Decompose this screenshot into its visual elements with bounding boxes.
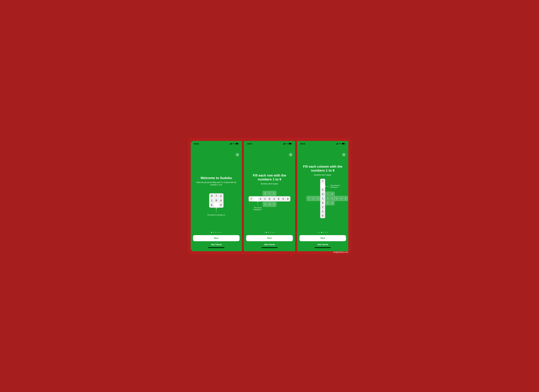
tutorial-title: Fill each column with the numbers 1 to 9 bbox=[300, 165, 346, 172]
phone-screen-2: 09:41 Fill each row with the numbers 1 t… bbox=[244, 141, 295, 251]
close-button[interactable] bbox=[289, 153, 293, 157]
status-icons bbox=[336, 143, 345, 145]
cellular-icon bbox=[336, 143, 338, 144]
status-time: 09:41 bbox=[194, 143, 199, 145]
home-indicator bbox=[261, 247, 278, 248]
callout-text: This row is missing a 2. bbox=[252, 207, 263, 210]
blank-cell bbox=[254, 196, 258, 201]
row-example: 8 7 2 7 3 1 9 4 6 5 8 6 5 bbox=[246, 191, 293, 207]
close-button[interactable] bbox=[236, 153, 239, 157]
tutorial-title: Welcome to Sudoku bbox=[201, 176, 232, 180]
status-bar: 09:41 bbox=[191, 141, 242, 146]
comparison-frame: 09:41 Welcome to Sudoku Solve the puzzle… bbox=[188, 138, 351, 254]
status-time: 09:41 bbox=[300, 143, 305, 145]
tutorial-content: Fill each row with the numbers 1 to 9 Nu… bbox=[244, 146, 295, 232]
tutorial-content: Fill each column with the numbers 1 to 9… bbox=[297, 146, 348, 232]
sudoku-block: 8 7 2 1 9 4 6 3 bbox=[209, 193, 224, 208]
ghost-row-left: 7 2 3 bbox=[306, 196, 320, 201]
wifi-icon bbox=[286, 143, 288, 145]
tutorial-title: Fill each row with the numbers 1 to 9 bbox=[246, 173, 293, 181]
ghost-row-right: 6 5 8 bbox=[334, 196, 348, 201]
page-indicator bbox=[246, 232, 293, 233]
next-button[interactable]: Next bbox=[299, 235, 346, 241]
battery-icon bbox=[289, 143, 292, 145]
phone-screen-1: 09:41 Welcome to Sudoku Solve the puzzle… bbox=[191, 141, 242, 251]
skip-tutorial-link[interactable]: Skip Tutorial bbox=[299, 244, 346, 245]
ghost-block-top: 8 7 2 bbox=[263, 191, 276, 196]
watermark: GadgetHacks.com bbox=[333, 251, 348, 253]
close-icon bbox=[237, 154, 238, 155]
tutorial-subtitle: Solve the puzzle by filling each 3 x 3 b… bbox=[196, 181, 237, 186]
sudoku-column: 7 5 8 1 6 2 4 9 bbox=[320, 179, 325, 218]
close-icon bbox=[290, 154, 291, 155]
blank-cell bbox=[214, 203, 219, 207]
callout: This row is missing a 2. bbox=[252, 201, 263, 210]
battery-icon bbox=[342, 143, 345, 145]
skip-tutorial-link[interactable]: Skip Tutorial bbox=[246, 244, 293, 245]
wifi-icon bbox=[232, 143, 235, 145]
close-icon bbox=[343, 154, 345, 155]
tutorial-subtitle: Numbers don't repeat. bbox=[314, 174, 332, 176]
status-icons bbox=[283, 143, 292, 145]
status-icons bbox=[230, 143, 239, 145]
close-button[interactable] bbox=[342, 153, 346, 157]
bottom-bar: Next Skip Tutorial bbox=[191, 232, 242, 251]
block-example: 8 7 2 1 9 4 6 3 bbox=[209, 193, 224, 208]
tutorial-subtitle: Numbers don't repeat. bbox=[261, 183, 278, 185]
skip-tutorial-link[interactable]: Skip Tutorial bbox=[193, 244, 240, 245]
callout-text: This column is missing a 3. bbox=[330, 185, 344, 188]
bottom-bar: Next Skip Tutorial bbox=[297, 232, 348, 251]
ghost-block-bottom: 6 5 3 bbox=[263, 202, 276, 207]
callout-text: This block is missing a 5. bbox=[207, 214, 226, 216]
home-indicator bbox=[315, 247, 331, 248]
blank-cell bbox=[321, 183, 325, 188]
status-bar: 09:41 bbox=[297, 141, 348, 146]
page-indicator bbox=[299, 232, 346, 233]
wifi-icon bbox=[339, 143, 341, 145]
column-example: 7 5 8 1 6 2 4 9 7 2 9 4 5 3 bbox=[300, 179, 346, 229]
page-indicator bbox=[193, 232, 240, 233]
callout: This block is missing a 5. bbox=[207, 208, 226, 216]
tutorial-content: Welcome to Sudoku Solve the puzzle by fi… bbox=[191, 146, 242, 232]
next-button[interactable]: Next bbox=[246, 235, 293, 241]
cellular-icon bbox=[230, 143, 232, 144]
bottom-bar: Next Skip Tutorial bbox=[244, 232, 295, 251]
battery-icon bbox=[235, 143, 239, 145]
ghost-block-right: 7 2 9 4 5 3 bbox=[325, 192, 335, 205]
cellular-icon bbox=[283, 143, 285, 144]
sudoku-row: 7 3 1 9 4 6 5 8 bbox=[249, 196, 290, 201]
status-time: 09:41 bbox=[247, 143, 252, 145]
status-bar: 09:41 bbox=[244, 141, 295, 146]
callout: This column is missing a 3. bbox=[325, 185, 344, 188]
home-indicator bbox=[208, 247, 224, 248]
phone-screen-3: 09:41 Fill each column with the numbers … bbox=[297, 141, 348, 251]
next-button[interactable]: Next bbox=[193, 235, 240, 241]
